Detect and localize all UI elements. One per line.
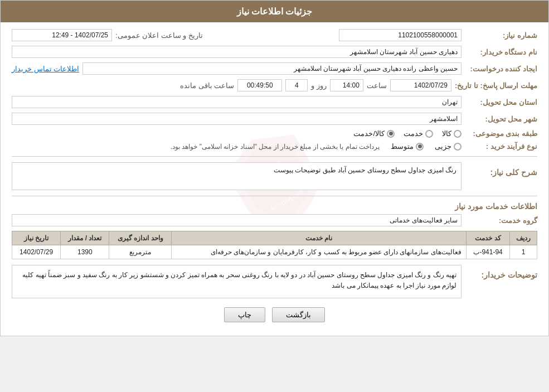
radio-kala-label: کالا — [442, 129, 451, 138]
tawzihat-value: تهیه رنگ و رنگ امیزی جداول سطح روستای حس… — [12, 265, 461, 298]
row-shomareNiaz: شماره نیاز: 1102100558000001 تاریخ و ساع… — [12, 29, 537, 41]
services-table: ردیف کد خدمت نام خدمت واحد اندازه گیری ت… — [12, 231, 537, 259]
ostan-label: استان محل تحویل: — [465, 98, 537, 107]
namDastgah-label: نام دستگاه خریدار: — [465, 48, 537, 56]
table-cell-2: فعالیت‌های سازمانهای دارای عضو مربوط به … — [172, 245, 467, 259]
khadamatInfo-title: اطلاعات خدمات مورد نیاز — [12, 202, 537, 211]
mohlat-date: 1402/07/29 — [390, 79, 451, 91]
radio-jozei: جزیی — [435, 142, 461, 151]
radio-kala: کالا — [442, 129, 461, 138]
radio-jozei-label: جزیی — [435, 142, 451, 151]
shahr-label: شهر محل تحویل: — [465, 115, 537, 123]
row-mohlat: مهلت ارسال پاسخ: تا تاریخ: 1402/07/29 سا… — [12, 79, 537, 91]
col-radif: ردیف — [510, 231, 537, 245]
separator-2 — [12, 196, 537, 196]
tawzihat-label: توضیحات خریدار: — [465, 270, 537, 279]
mohlat-saat: 14:00 — [330, 79, 363, 91]
tarikh-value: 1402/07/25 - 12:49 — [12, 29, 112, 41]
row-groheKhadamat: گروه خدمت: سایر فعالیت‌های خدماتی — [12, 214, 537, 226]
table-body: 1941-94-بفعالیت‌های سازمانهای دارای عضو … — [12, 245, 537, 259]
baqi-label: ساعت باقی مانده — [180, 81, 234, 90]
ijadKonande-value: حسین واعظی رانده دهیاری حسین آباد شهرستا… — [82, 62, 461, 75]
row-noeFarayand: نوع فرآیند خرید : جزیی متوسط پرداخت تمام… — [12, 142, 537, 151]
groheKhadamat-value: سایر فعالیت‌های خدماتی — [12, 214, 461, 226]
page-title: جزئیات اطلاعات نیاز — [237, 7, 313, 16]
radio-kalaKhadamat-label: کالا/خدمت — [353, 129, 385, 138]
bazgasht-button[interactable]: بازگشت — [272, 307, 325, 322]
tabaghebandi-radio-group: کالا خدمت کالا/خدمت — [12, 129, 461, 138]
shomareNiaz-label: شماره نیاز: — [465, 31, 537, 40]
col-vahed: واحد اندازه گیری — [109, 231, 172, 245]
roz-label: روز و — [311, 81, 327, 90]
row-namDastgah: نام دستگاه خریدار: دهیاری حسین آباد شهرس… — [12, 46, 537, 58]
radio-khadamat-label: خدمت — [404, 129, 423, 138]
mohlat-label: مهلت ارسال پاسخ: تا تاریخ: — [455, 81, 537, 90]
sharh-label: شرح کلی نیاز: — [465, 168, 537, 177]
tarikh-label: تاریخ و ساعت اعلان عمومی: — [115, 31, 203, 40]
col-namKhadamat: نام خدمت — [172, 231, 467, 245]
row-tabaghebandi: طبقه بندی موضوعی: کالا خدمت کالا/خدمت — [12, 129, 537, 138]
groheKhadamat-label: گروه خدمت: — [465, 216, 537, 225]
row-sharh: شرح کلی نیاز: رنگ امیزی جداول سطح روستای… — [12, 162, 537, 190]
col-tarikh: تاریخ نیاز — [12, 231, 61, 245]
table-cell-5: 1402/07/29 — [12, 245, 61, 259]
row-ostan: استان محل تحویل: تهران — [12, 96, 537, 108]
mohlat-baqi: 00:49:50 — [237, 79, 282, 91]
chap-button[interactable]: چاپ — [224, 307, 265, 322]
col-tedad: تعداد / مقدار — [61, 231, 109, 245]
table-header: ردیف کد خدمت نام خدمت واحد اندازه گیری ت… — [12, 231, 537, 245]
shomareNiaz-value: 1102100558000001 — [339, 29, 461, 41]
radio-khadamat: خدمت — [404, 129, 433, 138]
table-cell-4: 1390 — [61, 245, 109, 259]
radio-kala-circle — [454, 130, 461, 138]
radio-khadamat-circle — [425, 130, 433, 138]
table-cell-1: 941-94-ب — [466, 245, 510, 259]
namDastgah-value: دهیاری حسین آباد شهرستان اسلامشهر — [12, 46, 461, 58]
row-ijadKonande: ایجاد کننده درخواست: حسین واعظی رانده ده… — [12, 62, 537, 75]
mohlat-roz: 4 — [285, 79, 308, 91]
table-row: 1941-94-بفعالیت‌های سازمانهای دارای عضو … — [12, 245, 537, 259]
row-tawzihat: توضیحات خریدار: تهیه رنگ و رنگ امیزی جدا… — [12, 265, 537, 298]
shahr-value: اسلامشهر — [12, 113, 461, 125]
page-header: جزئیات اطلاعات نیاز — [1, 1, 548, 22]
ostan-value: تهران — [12, 96, 461, 108]
table-cell-0: 1 — [510, 245, 537, 259]
buttons-row: بازگشت چاپ — [12, 307, 537, 322]
ijadKonande-label: ایجاد کننده درخواست: — [465, 65, 537, 73]
tabaghebandi-label: طبقه بندی موضوعی: — [465, 129, 537, 138]
radio-kalaKhadamat: کالا/خدمت — [353, 129, 395, 138]
radio-motavaset: متوسط — [391, 142, 424, 151]
radio-motavaset-label: متوسط — [391, 142, 414, 151]
noeFarayand-label: نوع فرآیند خرید : — [465, 142, 537, 151]
table-cell-3: مترمربع — [109, 245, 172, 259]
radio-motavaset-circle — [416, 143, 424, 151]
separator-1 — [12, 156, 537, 157]
row-shahr: شهر محل تحویل: اسلامشهر — [12, 113, 537, 125]
tamase-link[interactable]: اطلاعات تماس خریدار — [12, 65, 79, 73]
noeFarayand-note: پرداخت تمام یا بخشی از مبلغ خریدار از مح… — [171, 143, 380, 151]
radio-kalaKhadamat-circle — [387, 130, 395, 138]
sharh-value: رنگ امیزی جداول سطح روستای حسین آباد طبق… — [12, 162, 461, 190]
radio-jozei-circle — [454, 143, 461, 151]
col-kodKhadamat: کد خدمت — [466, 231, 510, 245]
saat-label: ساعت — [367, 81, 387, 90]
